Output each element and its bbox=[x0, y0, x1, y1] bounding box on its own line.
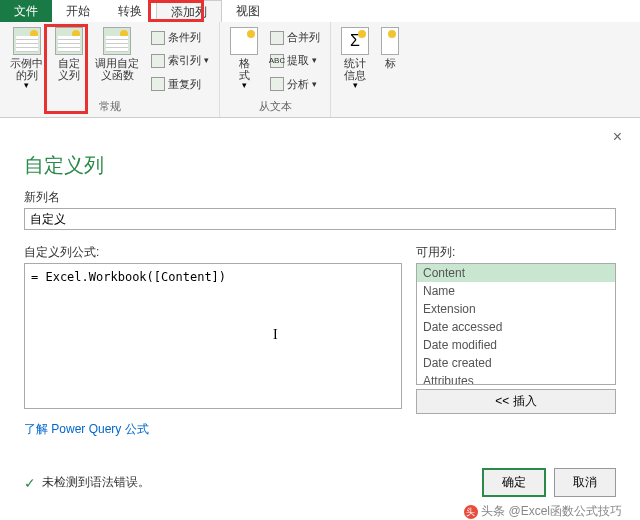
tab-view[interactable]: 视图 bbox=[222, 0, 274, 22]
dialog-title: 自定义列 bbox=[24, 152, 616, 179]
duplicate-column-button[interactable]: 重复列 bbox=[149, 75, 211, 94]
invoke-function-button[interactable]: 调用自定 义函数 bbox=[89, 24, 145, 98]
extract-icon: ABC bbox=[270, 54, 284, 68]
group-label: 常规 bbox=[4, 98, 215, 115]
insert-button[interactable]: << 插入 bbox=[416, 389, 616, 414]
dropdown-icon: ▾ bbox=[312, 56, 317, 65]
parse-button[interactable]: 分析▾ bbox=[268, 75, 322, 94]
conditional-icon bbox=[151, 31, 165, 45]
parse-icon bbox=[270, 77, 284, 91]
available-columns-list[interactable]: Content Name Extension Date accessed Dat… bbox=[416, 263, 616, 385]
tab-home[interactable]: 开始 bbox=[52, 0, 104, 22]
list-item[interactable]: Date created bbox=[417, 354, 615, 372]
ok-button[interactable]: 确定 bbox=[482, 468, 546, 497]
tab-file[interactable]: 文件 bbox=[0, 0, 52, 22]
list-item[interactable]: Content bbox=[417, 264, 615, 282]
standard-button[interactable]: 标 bbox=[375, 24, 405, 113]
list-item[interactable]: Date accessed bbox=[417, 318, 615, 336]
column-from-example-button[interactable]: 示例中 的列 ▾ bbox=[4, 24, 49, 98]
extract-button[interactable]: ABC提取▾ bbox=[268, 51, 322, 70]
watermark: 头 头条 @Excel函数公式技巧 bbox=[464, 503, 622, 520]
dropdown-icon: ▾ bbox=[204, 56, 209, 65]
ribbon-group-general: 示例中 的列 ▾ 自定 义列 调用自定 义函数 条件列 索引列▾ 重复列 常规 bbox=[0, 22, 220, 117]
duplicate-icon bbox=[151, 77, 165, 91]
dropdown-icon: ▾ bbox=[242, 81, 247, 90]
highlight-annotation bbox=[44, 24, 88, 114]
merge-columns-button[interactable]: 合并列 bbox=[268, 28, 322, 47]
ribbon: 示例中 的列 ▾ 自定 义列 调用自定 义函数 条件列 索引列▾ 重复列 常规 … bbox=[0, 22, 640, 118]
dropdown-icon: ▾ bbox=[24, 81, 29, 90]
format-icon bbox=[230, 27, 258, 55]
group-label: 从文本 bbox=[224, 98, 326, 115]
standard-icon bbox=[381, 27, 399, 55]
ribbon-group-format: 格 式 ▾ 合并列 ABC提取▾ 分析▾ 从文本 bbox=[220, 22, 331, 117]
index-icon bbox=[151, 54, 165, 68]
merge-icon bbox=[270, 31, 284, 45]
dropdown-icon: ▾ bbox=[353, 81, 358, 90]
syntax-status: ✓ 未检测到语法错误。 bbox=[24, 474, 150, 491]
list-item[interactable]: Extension bbox=[417, 300, 615, 318]
statistics-button[interactable]: Σ 统计 信息 ▾ bbox=[335, 24, 375, 113]
newcol-label: 新列名 bbox=[24, 189, 616, 206]
custom-column-dialog: × 自定义列 新列名 自定义列公式: 了解 Power Query 公式 可用列… bbox=[10, 128, 630, 510]
table-fx-icon bbox=[103, 27, 131, 55]
formula-input[interactable] bbox=[24, 263, 402, 409]
conditional-column-button[interactable]: 条件列 bbox=[149, 28, 211, 47]
watermark-icon: 头 bbox=[464, 505, 478, 519]
close-button[interactable]: × bbox=[613, 128, 622, 146]
table-star-icon bbox=[13, 27, 41, 55]
new-column-name-input[interactable] bbox=[24, 208, 616, 230]
list-item[interactable]: Name bbox=[417, 282, 615, 300]
list-item[interactable]: Attributes bbox=[417, 372, 615, 385]
dropdown-icon: ▾ bbox=[312, 80, 317, 89]
format-button[interactable]: 格 式 ▾ bbox=[224, 24, 264, 98]
ribbon-group-number: Σ 统计 信息 ▾ 标 bbox=[331, 22, 409, 117]
list-item[interactable]: Date modified bbox=[417, 336, 615, 354]
highlight-annotation bbox=[148, 0, 204, 22]
sigma-icon: Σ bbox=[341, 27, 369, 55]
available-label: 可用列: bbox=[416, 244, 616, 261]
learn-link[interactable]: 了解 Power Query 公式 bbox=[24, 421, 149, 438]
cancel-button[interactable]: 取消 bbox=[554, 468, 616, 497]
check-icon: ✓ bbox=[24, 475, 36, 491]
text-cursor-icon: I bbox=[273, 327, 278, 343]
formula-label: 自定义列公式: bbox=[24, 244, 402, 261]
index-column-button[interactable]: 索引列▾ bbox=[149, 51, 211, 70]
